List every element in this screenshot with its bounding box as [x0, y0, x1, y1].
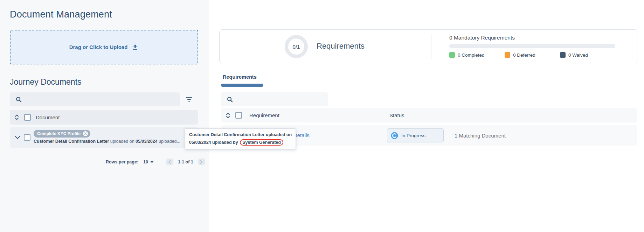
legend-item-deferred: 0 Deferred	[505, 52, 560, 58]
legend-item-completed: 0 Completed	[449, 52, 505, 58]
upload-info-tooltip: Customer Detail Confirmation Letter uplo…	[185, 128, 296, 149]
upload-label: Drag or Click to Upload	[69, 44, 128, 50]
summary-divider	[431, 34, 431, 59]
select-all-documents-checkbox[interactable]	[24, 114, 31, 121]
journey-documents-panel: Document Management Drag or Click to Upl…	[0, 0, 209, 232]
chip-label: Complete KYC Profile	[37, 131, 81, 136]
rows-per-page-label: Rows per page:	[106, 160, 138, 164]
system-generated-highlight: System Generated	[240, 139, 283, 146]
sort-icon[interactable]	[14, 114, 20, 121]
journey-documents-search[interactable]	[10, 92, 180, 106]
status-column-header: Status	[389, 112, 404, 118]
tab-requirements[interactable]: Requirements	[223, 74, 257, 80]
requirements-summary-title: Requirements	[317, 42, 365, 51]
upload-dropzone[interactable]: Drag or Click to Upload	[10, 30, 198, 64]
sort-icon[interactable]	[225, 112, 231, 119]
page-title: Document Management	[10, 9, 112, 20]
matching-documents-label[interactable]: 1 Matching Document	[455, 133, 506, 139]
status-badge[interactable]: In Progress	[387, 128, 444, 142]
page-range-label: 1-1 of 1	[178, 160, 193, 164]
document-column-header: Document	[36, 114, 60, 120]
tab-indicator	[221, 84, 263, 87]
previous-page-button[interactable]	[166, 159, 173, 165]
requirements-progress-value: 0/1	[293, 44, 300, 50]
status-label: In Progress	[401, 133, 425, 138]
document-type-chip[interactable]: Complete KYC Profile	[34, 130, 90, 138]
filter-icon[interactable]	[185, 95, 194, 104]
requirements-search[interactable]	[221, 92, 328, 106]
document-upload-summary: Customer Detail Confirmation Letter uplo…	[34, 139, 196, 144]
tooltip-line1: Customer Detail Confirmation Letter uplo…	[189, 132, 292, 137]
next-page-button[interactable]	[198, 159, 205, 165]
pagination: Rows per page: 10 1-1 of 1	[106, 159, 205, 165]
journey-documents-search-input[interactable]	[26, 92, 180, 106]
deferred-swatch	[505, 52, 510, 58]
requirements-table-header: Requirement Status	[221, 108, 637, 122]
journey-documents-table-header: Document	[10, 110, 198, 125]
in-progress-icon	[391, 132, 398, 139]
chip-close-icon[interactable]	[83, 131, 88, 136]
select-all-requirements-checkbox[interactable]	[235, 112, 242, 119]
caret-down-icon	[150, 161, 154, 163]
completed-swatch	[449, 52, 455, 58]
requirements-progress-donut: 0/1	[285, 35, 308, 58]
requirements-legend: 0 Completed 0 Deferred 0 Waived	[449, 52, 615, 58]
upload-icon	[132, 44, 139, 51]
legend-item-waived: 0 Waived	[560, 52, 615, 58]
chevron-down-icon[interactable]	[13, 133, 22, 142]
requirement-column-header: Requirement	[249, 112, 279, 118]
search-icon	[227, 96, 233, 103]
upload-date: 05/03/2024	[136, 139, 158, 144]
rows-per-page-select[interactable]: 10	[143, 160, 154, 164]
requirements-summary-card: 0/1 Requirements 0 Mandatory Requirement…	[219, 29, 637, 63]
mandatory-requirements-progressbar	[449, 44, 615, 48]
requirements-search-input[interactable]	[237, 92, 328, 106]
search-icon	[15, 96, 22, 103]
tooltip-line2: 05/03/2024 uploaded by	[189, 140, 238, 145]
journey-documents-title: Journey Documents	[10, 77, 82, 87]
document-row-checkbox[interactable]	[24, 134, 30, 141]
document-table-row[interactable]: Complete KYC Profile Customer Detail Con…	[10, 127, 198, 148]
mandatory-requirements-label: 0 Mandatory Requirements	[449, 35, 515, 41]
document-name: Customer Detail Confirmation Letter	[34, 139, 109, 144]
waived-swatch	[560, 52, 566, 58]
document-management-page: Document Management Drag or Click to Upl…	[0, 0, 644, 232]
